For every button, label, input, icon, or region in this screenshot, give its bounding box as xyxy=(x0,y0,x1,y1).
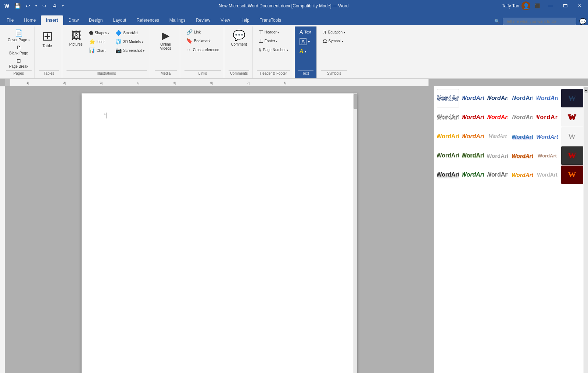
cover-page-btn[interactable]: 📄 Cover Page ▾ xyxy=(6,28,32,43)
3dmodels-btn[interactable]: 🧊 3D Models ▾ xyxy=(114,38,146,46)
close-btn[interactable]: ✕ xyxy=(574,2,585,10)
user-avatar[interactable]: 👤 xyxy=(521,1,530,10)
tab-design[interactable]: Design xyxy=(84,15,108,25)
wordart-item-29[interactable]: WordArt xyxy=(536,166,558,184)
font-color-btn[interactable]: A ▾ xyxy=(298,37,312,46)
wordart-item-12[interactable]: W xyxy=(561,108,583,127)
document-page[interactable]: + xyxy=(82,93,357,373)
shapes-btn[interactable]: ⬟ Shapes ▾ xyxy=(87,29,112,37)
comment-icon: 💬 xyxy=(233,29,245,42)
wordart-item-15[interactable]: WordArt xyxy=(487,127,509,146)
wordart-item-25[interactable]: WordArt xyxy=(437,166,459,184)
wordart-item-11[interactable]: WordArt xyxy=(536,108,558,127)
ribbon-group-illustrations: 🖼 Pictures ⬟ Shapes ▾ ⭐ Icons 📊 Chart xyxy=(64,26,150,78)
wordart-item-14[interactable]: WordArt xyxy=(462,127,484,146)
wordart-item-18[interactable]: W xyxy=(561,127,583,146)
tab-help[interactable]: Help xyxy=(235,15,255,25)
shapes-label: Shapes ▾ xyxy=(95,31,110,35)
ribbon-group-links: 🔗 Link 🔖 Bookmark ↔ Cross-reference Link… xyxy=(182,26,225,78)
symbol-btn[interactable]: Ω Symbol ▾ xyxy=(321,37,345,45)
wordart-item-30[interactable]: W xyxy=(561,166,583,184)
wordart-item-24[interactable]: W xyxy=(561,146,583,165)
ribbon-group-symbols: π Equation ▾ Ω Symbol ▾ Symbols xyxy=(318,26,350,78)
text-box-btn[interactable]: A Text xyxy=(298,28,313,36)
link-btn[interactable]: 🔗 Link xyxy=(184,28,202,36)
save-quick-btn[interactable]: 💾 xyxy=(13,2,22,10)
wordart-item-27[interactable]: WordArt xyxy=(487,166,509,184)
undo-quick-btn[interactable]: ↩ xyxy=(24,2,32,10)
wordart-item-9[interactable]: WordArt xyxy=(487,108,509,127)
undo-dropdown-btn[interactable]: ▾ xyxy=(34,3,39,8)
wordart-item-8[interactable]: WordArt xyxy=(462,108,484,127)
wordart-item-6[interactable]: W xyxy=(561,89,583,107)
search-input[interactable] xyxy=(503,18,576,25)
blank-page-icon: 🗋 xyxy=(16,45,21,50)
equation-btn[interactable]: π Equation ▾ xyxy=(321,28,347,36)
maximize-btn[interactable]: 🗖 xyxy=(559,2,571,10)
hf-group-label: Header & Footer xyxy=(257,70,290,77)
wordart-item-10[interactable]: WordArt xyxy=(512,108,534,127)
wordart-item-21[interactable]: WordArt xyxy=(487,146,509,165)
smartart-label: SmartArt xyxy=(123,31,137,35)
wordart-item-4[interactable]: WordArt xyxy=(512,89,534,107)
customize-quick-btn[interactable]: ▾ xyxy=(61,3,65,8)
wordart-scroll-thumb[interactable] xyxy=(584,93,588,373)
wordart-item-5[interactable]: WordArt xyxy=(536,89,558,107)
wordart-item-16[interactable]: WordArt xyxy=(512,127,534,146)
cross-reference-btn[interactable]: ↔ Cross-reference xyxy=(184,46,221,54)
cover-page-icon: 📄 xyxy=(15,29,23,37)
wordart-item-23[interactable]: WordArt xyxy=(536,146,558,165)
icons-btn[interactable]: ⭐ Icons xyxy=(87,38,112,46)
tab-home[interactable]: Home xyxy=(19,15,41,25)
tab-mailings[interactable]: Mailings xyxy=(164,15,191,25)
page-number-btn[interactable]: # Page Number ▾ xyxy=(257,46,290,54)
header-label: Header ▾ xyxy=(265,30,279,34)
wordart-item-19[interactable]: WordArt xyxy=(437,146,459,165)
online-videos-btn[interactable]: ▶ OnlineVideos xyxy=(155,28,177,52)
wordart-item-28[interactable]: WordArt xyxy=(512,166,534,184)
bookmark-btn[interactable]: 🔖 Bookmark xyxy=(184,37,212,45)
tab-layout[interactable]: Layout xyxy=(108,15,131,25)
header-btn[interactable]: ⊤ Header ▾ xyxy=(257,28,281,36)
hf-group-items: ⊤ Header ▾ ⊥ Footer ▾ # Page Number ▾ xyxy=(257,28,290,70)
comments-icon[interactable]: 💬 xyxy=(579,18,587,25)
ribbon-content: 📄 Cover Page ▾ 🗋 Blank Page ⊟ Page Break… xyxy=(0,25,588,78)
screenshot-btn[interactable]: 📷 Screenshot ▾ xyxy=(114,46,146,54)
wordart-item-2[interactable]: WordArt xyxy=(462,89,484,107)
wordart-scrollbar[interactable]: ▲ ▼ xyxy=(584,86,588,373)
table-btn[interactable]: ⊞ Table xyxy=(39,28,55,49)
blank-page-btn[interactable]: 🗋 Blank Page xyxy=(6,43,32,56)
redo-quick-btn[interactable]: ↪ xyxy=(41,2,48,10)
wordart-item-20[interactable]: WordArt xyxy=(462,146,484,165)
page-scrollbar[interactable] xyxy=(353,93,357,373)
tab-insert[interactable]: Insert xyxy=(41,15,63,25)
wordart-item-13[interactable]: WordArt xyxy=(437,127,459,146)
chart-btn[interactable]: 📊 Chart xyxy=(87,46,112,54)
print-quick-btn[interactable]: 🖨 xyxy=(50,2,58,10)
wordart-item-17[interactable]: WordArt xyxy=(536,127,558,146)
wordart-item-1[interactable]: WordArt xyxy=(437,89,459,107)
wordart-item-7[interactable]: WordArt xyxy=(437,108,459,127)
wordart-item-26[interactable]: WordArt xyxy=(462,166,484,184)
tab-review[interactable]: Review xyxy=(191,15,215,25)
wordart-item-22[interactable]: WordArt xyxy=(512,146,534,165)
wordart-gallery-btn[interactable]: A ▾ xyxy=(298,47,308,55)
tab-draw[interactable]: Draw xyxy=(63,15,84,25)
tab-view[interactable]: View xyxy=(215,15,235,25)
pictures-btn[interactable]: 🖼 Pictures xyxy=(67,28,86,48)
minimize-btn[interactable]: — xyxy=(545,2,556,10)
wordart-item-3[interactable]: WordArt xyxy=(487,89,509,107)
page-break-btn[interactable]: ⊟ Page Break xyxy=(6,57,32,70)
symbols-group-items: π Equation ▾ Ω Symbol ▾ xyxy=(321,28,347,70)
scroll-thumb[interactable] xyxy=(354,94,357,109)
tab-file[interactable]: File xyxy=(1,15,19,25)
document-canvas[interactable]: + xyxy=(5,86,434,373)
text-box-icon: A xyxy=(300,29,303,35)
smartart-btn[interactable]: 🔷 SmartArt xyxy=(114,29,146,37)
comment-btn[interactable]: 💬 Comment xyxy=(229,28,249,48)
tab-transtools[interactable]: TransTools xyxy=(255,15,286,25)
ribbon-display-btn[interactable]: ⬛ xyxy=(533,3,542,9)
ribbon-group-header-footer: ⊤ Header ▾ ⊥ Footer ▾ # Page Number ▾ He… xyxy=(254,26,293,78)
tab-references[interactable]: References xyxy=(131,15,164,25)
footer-btn[interactable]: ⊥ Footer ▾ xyxy=(257,37,280,45)
